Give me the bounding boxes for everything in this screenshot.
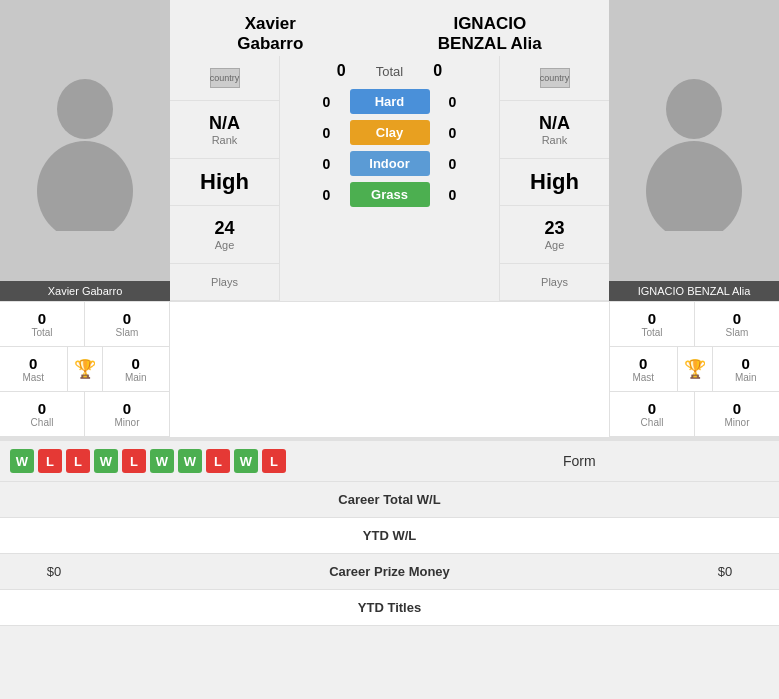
mid-layout: country N/A Rank High 24: [170, 56, 609, 301]
right-age-value: 23: [544, 218, 564, 239]
right-player-name: IGNACIO BENZAL Alia: [434, 6, 546, 56]
prize-row: $0 Career Prize Money $0: [0, 554, 779, 590]
clay-right-value: 0: [438, 125, 468, 141]
left-mast-value: 0: [29, 355, 37, 372]
left-high-box: High: [170, 159, 279, 206]
prize-left-value: $0: [14, 564, 94, 579]
right-country-flag: country: [540, 68, 570, 88]
right-minor-value: 0: [733, 400, 741, 417]
left-rank-label: Rank: [212, 134, 238, 146]
grass-row: 0 Grass 0: [280, 179, 499, 210]
left-slam-cell: 0 Slam: [85, 302, 169, 346]
center-spacer: [170, 302, 609, 437]
left-slam-value: 0: [123, 310, 131, 327]
left-main-label: Main: [125, 372, 147, 383]
left-rank-box: N/A Rank: [170, 101, 279, 159]
left-country-box: country: [170, 56, 279, 101]
left-mast-main-row: 0 Mast 🏆 0 Main: [0, 347, 169, 392]
form-badge-1: L: [38, 449, 62, 473]
right-high-value: High: [530, 169, 579, 195]
right-rank-label: Rank: [542, 134, 568, 146]
left-plays-label: Plays: [211, 276, 238, 288]
right-trophy-icon: 🏆: [677, 347, 713, 391]
right-total-label: Total: [641, 327, 662, 338]
svg-point-3: [646, 141, 742, 231]
left-chall-cell: 0 Chall: [0, 392, 85, 436]
svg-point-0: [57, 79, 113, 139]
prize-right-value: $0: [685, 564, 765, 579]
right-player-silhouette: [634, 71, 754, 231]
form-badge-5: W: [150, 449, 174, 473]
ytd-titles-label: YTD Titles: [94, 600, 685, 615]
clay-surface-btn: Clay: [350, 120, 430, 145]
inner-comparison: Xavier Gabarro IGNACIO BENZAL Alia: [170, 0, 609, 301]
right-country-box: country: [500, 56, 609, 101]
form-badges: WLLWLWWLWL: [10, 449, 390, 473]
right-main-cell: 0 Main: [713, 347, 780, 391]
right-plays-box: Plays: [500, 264, 609, 301]
right-total-cell: 0 Total: [610, 302, 695, 346]
right-player-name-overlay: IGNACIO BENZAL Alia: [609, 281, 779, 301]
left-stats-panel: country N/A Rank High 24: [170, 56, 280, 301]
right-slam-label: Slam: [726, 327, 749, 338]
right-main-label: Main: [735, 372, 757, 383]
left-minor-cell: 0 Minor: [85, 392, 169, 436]
left-player-name: Xavier Gabarro: [233, 6, 307, 56]
hard-row: 0 Hard 0: [280, 86, 499, 117]
total-row: 0 Total 0: [280, 56, 499, 86]
right-name-block: IGNACIO BENZAL Alia: [434, 6, 546, 56]
right-age-box: 23 Age: [500, 206, 609, 264]
svg-point-2: [666, 79, 722, 139]
clay-left-value: 0: [312, 125, 342, 141]
form-badge-8: W: [234, 449, 258, 473]
ytd-wl-label: YTD W/L: [94, 528, 685, 543]
ytd-wl-row: YTD W/L: [0, 518, 779, 554]
right-rank-box: N/A Rank: [500, 101, 609, 159]
left-total-label: Total: [31, 327, 52, 338]
right-chall-label: Chall: [641, 417, 664, 428]
left-high-value: High: [200, 169, 249, 195]
right-main-value: 0: [742, 355, 750, 372]
total-left-value: 0: [337, 62, 346, 80]
left-chall-value: 0: [38, 400, 46, 417]
left-player-name-overlay: Xavier Gabarro: [0, 281, 170, 301]
form-badge-0: W: [10, 449, 34, 473]
center-panel: 0 Total 0 0 Hard 0 0: [280, 56, 499, 301]
indoor-row: 0 Indoor 0: [280, 148, 499, 179]
right-plays-label: Plays: [541, 276, 568, 288]
prize-label: Career Prize Money: [94, 564, 685, 579]
right-mast-label: Mast: [632, 372, 654, 383]
grass-right-value: 0: [438, 187, 468, 203]
right-bottom-stats: 0 Total 0 Slam 0 Mast 🏆 0: [609, 302, 779, 437]
left-minor-value: 0: [123, 400, 131, 417]
right-total-slam-row: 0 Total 0 Slam: [610, 302, 779, 347]
left-country-flag: country: [210, 68, 240, 88]
left-trophy-icon: 🏆: [67, 347, 103, 391]
right-chall-minor-row: 0 Chall 0 Minor: [610, 392, 779, 437]
right-slam-value: 0: [733, 310, 741, 327]
right-mast-value: 0: [639, 355, 647, 372]
names-row: Xavier Gabarro IGNACIO BENZAL Alia: [170, 0, 609, 56]
right-slam-cell: 0 Slam: [695, 302, 779, 346]
left-total-slam-row: 0 Total 0 Slam: [0, 302, 169, 347]
form-row: WLLWLWWLWL Form: [0, 441, 779, 482]
form-badge-4: L: [122, 449, 146, 473]
form-badge-9: L: [262, 449, 286, 473]
left-name-block: Xavier Gabarro: [233, 6, 307, 56]
form-badge-7: L: [206, 449, 230, 473]
hard-left-value: 0: [312, 94, 342, 110]
left-age-value: 24: [214, 218, 234, 239]
right-total-value: 0: [648, 310, 656, 327]
right-stats-panel: country N/A Rank High 23: [499, 56, 609, 301]
form-badge-6: W: [178, 449, 202, 473]
left-plays-box: Plays: [170, 264, 279, 301]
right-player-photo: IGNACIO BENZAL Alia: [609, 0, 779, 301]
hard-surface-btn: Hard: [350, 89, 430, 114]
right-mast-main-row: 0 Mast 🏆 0 Main: [610, 347, 779, 392]
left-chall-minor-row: 0 Chall 0 Minor: [0, 392, 169, 437]
hard-right-value: 0: [438, 94, 468, 110]
form-badge-3: W: [94, 449, 118, 473]
comparison-section: Xavier Gabarro Xavier Gabarro IGNACIO BE…: [0, 0, 779, 301]
left-rank-value: N/A: [209, 113, 240, 134]
clay-row: 0 Clay 0: [280, 117, 499, 148]
